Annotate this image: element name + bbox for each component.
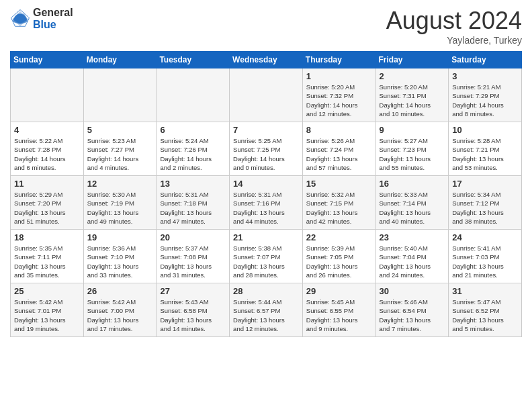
day-number-4: 4 xyxy=(14,125,80,135)
cell-week2-day4: 8Sunrise: 5:26 AM Sunset: 7:24 PM Daylig… xyxy=(302,122,375,176)
day-number-29: 29 xyxy=(306,286,372,296)
cell-week5-day6: 31Sunrise: 5:47 AM Sunset: 6:52 PM Dayli… xyxy=(449,283,522,337)
day-number-30: 30 xyxy=(380,286,445,296)
day-number-18: 18 xyxy=(14,232,80,242)
header-wednesday: Wednesday xyxy=(230,52,303,68)
day-info-7: Sunrise: 5:25 AM Sunset: 7:25 PM Dayligh… xyxy=(233,136,299,172)
day-number-8: 8 xyxy=(306,125,372,135)
logo-blue: Blue xyxy=(33,19,73,31)
cell-week4-day4: 22Sunrise: 5:39 AM Sunset: 7:05 PM Dayli… xyxy=(302,230,375,283)
cell-week4-day2: 20Sunrise: 5:37 AM Sunset: 7:08 PM Dayli… xyxy=(157,230,230,283)
cell-week3-day6: 17Sunrise: 5:34 AM Sunset: 7:12 PM Dayli… xyxy=(449,176,522,230)
cell-week3-day2: 13Sunrise: 5:31 AM Sunset: 7:18 PM Dayli… xyxy=(157,176,230,230)
day-info-10: Sunrise: 5:28 AM Sunset: 7:21 PM Dayligh… xyxy=(452,136,518,172)
day-number-28: 28 xyxy=(233,286,299,296)
header-monday: Monday xyxy=(83,52,157,68)
day-number-11: 11 xyxy=(14,179,80,189)
location-subtitle: Yayladere, Turkey xyxy=(386,35,522,46)
cell-week2-day2: 6Sunrise: 5:24 AM Sunset: 7:26 PM Daylig… xyxy=(157,122,230,176)
day-info-12: Sunrise: 5:30 AM Sunset: 7:19 PM Dayligh… xyxy=(87,190,153,226)
day-info-2: Sunrise: 5:20 AM Sunset: 7:31 PM Dayligh… xyxy=(380,83,445,118)
cell-week4-day0: 18Sunrise: 5:35 AM Sunset: 7:11 PM Dayli… xyxy=(11,230,84,283)
day-number-12: 12 xyxy=(87,179,153,189)
cell-week2-day3: 7Sunrise: 5:25 AM Sunset: 7:25 PM Daylig… xyxy=(230,122,303,176)
page-header: General Blue August 2024 Yayladere, Turk… xyxy=(10,7,522,46)
day-info-25: Sunrise: 5:42 AM Sunset: 7:01 PM Dayligh… xyxy=(14,298,80,333)
day-number-2: 2 xyxy=(380,71,445,81)
day-info-27: Sunrise: 5:43 AM Sunset: 6:58 PM Dayligh… xyxy=(160,298,226,333)
day-info-4: Sunrise: 5:22 AM Sunset: 7:28 PM Dayligh… xyxy=(14,136,80,172)
day-info-28: Sunrise: 5:44 AM Sunset: 6:57 PM Dayligh… xyxy=(233,298,299,333)
logo: General Blue xyxy=(10,7,73,30)
day-number-13: 13 xyxy=(160,179,226,189)
header-row: Sunday Monday Tuesday Wednesday Thursday… xyxy=(11,52,522,68)
day-info-15: Sunrise: 5:32 AM Sunset: 7:15 PM Dayligh… xyxy=(306,190,372,226)
cell-week5-day4: 29Sunrise: 5:45 AM Sunset: 6:55 PM Dayli… xyxy=(302,283,375,337)
cell-week4-day1: 19Sunrise: 5:36 AM Sunset: 7:10 PM Dayli… xyxy=(83,230,157,283)
cell-week3-day1: 12Sunrise: 5:30 AM Sunset: 7:19 PM Dayli… xyxy=(83,176,157,230)
cell-week2-day0: 4Sunrise: 5:22 AM Sunset: 7:28 PM Daylig… xyxy=(11,122,84,176)
day-info-3: Sunrise: 5:21 AM Sunset: 7:29 PM Dayligh… xyxy=(452,83,518,118)
day-number-6: 6 xyxy=(160,125,226,135)
day-number-17: 17 xyxy=(452,179,518,189)
week-row-3: 11Sunrise: 5:29 AM Sunset: 7:20 PM Dayli… xyxy=(11,176,522,230)
day-info-18: Sunrise: 5:35 AM Sunset: 7:11 PM Dayligh… xyxy=(14,244,80,279)
day-number-25: 25 xyxy=(14,286,80,296)
day-number-21: 21 xyxy=(233,232,299,242)
day-number-26: 26 xyxy=(87,286,153,296)
day-info-14: Sunrise: 5:31 AM Sunset: 7:16 PM Dayligh… xyxy=(233,190,299,226)
day-number-20: 20 xyxy=(160,232,226,242)
day-info-1: Sunrise: 5:20 AM Sunset: 7:32 PM Dayligh… xyxy=(306,83,372,118)
day-number-23: 23 xyxy=(380,232,445,242)
day-info-9: Sunrise: 5:27 AM Sunset: 7:23 PM Dayligh… xyxy=(380,136,445,172)
title-area: August 2024 Yayladere, Turkey xyxy=(386,7,522,46)
day-info-13: Sunrise: 5:31 AM Sunset: 7:18 PM Dayligh… xyxy=(160,190,226,226)
logo-general: General xyxy=(33,7,73,19)
cell-week5-day5: 30Sunrise: 5:46 AM Sunset: 6:54 PM Dayli… xyxy=(375,283,449,337)
day-info-22: Sunrise: 5:39 AM Sunset: 7:05 PM Dayligh… xyxy=(306,244,372,279)
day-number-31: 31 xyxy=(452,286,518,296)
day-number-10: 10 xyxy=(452,125,518,135)
cell-week4-day6: 24Sunrise: 5:41 AM Sunset: 7:03 PM Dayli… xyxy=(449,230,522,283)
week-row-4: 18Sunrise: 5:35 AM Sunset: 7:11 PM Dayli… xyxy=(11,230,522,283)
calendar-header: Sunday Monday Tuesday Wednesday Thursday… xyxy=(11,52,522,68)
month-title: August 2024 xyxy=(386,7,522,35)
day-number-22: 22 xyxy=(306,232,372,242)
cell-week1-day1 xyxy=(83,68,157,122)
cell-week5-day3: 28Sunrise: 5:44 AM Sunset: 6:57 PM Dayli… xyxy=(230,283,303,337)
day-info-24: Sunrise: 5:41 AM Sunset: 7:03 PM Dayligh… xyxy=(452,244,518,279)
cell-week1-day4: 1Sunrise: 5:20 AM Sunset: 7:32 PM Daylig… xyxy=(302,68,375,122)
cell-week5-day2: 27Sunrise: 5:43 AM Sunset: 6:58 PM Dayli… xyxy=(157,283,230,337)
calendar-body: 1Sunrise: 5:20 AM Sunset: 7:32 PM Daylig… xyxy=(11,68,522,337)
day-number-5: 5 xyxy=(87,125,153,135)
cell-week4-day3: 21Sunrise: 5:38 AM Sunset: 7:07 PM Dayli… xyxy=(230,230,303,283)
week-row-2: 4Sunrise: 5:22 AM Sunset: 7:28 PM Daylig… xyxy=(11,122,522,176)
header-tuesday: Tuesday xyxy=(157,52,230,68)
day-info-5: Sunrise: 5:23 AM Sunset: 7:27 PM Dayligh… xyxy=(87,136,153,172)
day-info-26: Sunrise: 5:42 AM Sunset: 7:00 PM Dayligh… xyxy=(87,298,153,333)
day-number-15: 15 xyxy=(306,179,372,189)
day-info-20: Sunrise: 5:37 AM Sunset: 7:08 PM Dayligh… xyxy=(160,244,226,279)
day-number-14: 14 xyxy=(233,179,299,189)
day-info-30: Sunrise: 5:46 AM Sunset: 6:54 PM Dayligh… xyxy=(380,298,445,333)
day-number-9: 9 xyxy=(380,125,445,135)
day-number-19: 19 xyxy=(87,232,153,242)
cell-week1-day6: 3Sunrise: 5:21 AM Sunset: 7:29 PM Daylig… xyxy=(449,68,522,122)
cell-week4-day5: 23Sunrise: 5:40 AM Sunset: 7:04 PM Dayli… xyxy=(375,230,449,283)
cell-week3-day5: 16Sunrise: 5:33 AM Sunset: 7:14 PM Dayli… xyxy=(375,176,449,230)
logo-icon xyxy=(10,9,30,29)
day-number-16: 16 xyxy=(380,179,445,189)
day-info-6: Sunrise: 5:24 AM Sunset: 7:26 PM Dayligh… xyxy=(160,136,226,172)
logo-text: General Blue xyxy=(33,7,73,30)
day-number-7: 7 xyxy=(233,125,299,135)
cell-week5-day0: 25Sunrise: 5:42 AM Sunset: 7:01 PM Dayli… xyxy=(11,283,84,337)
cell-week1-day3 xyxy=(230,68,303,122)
day-number-24: 24 xyxy=(452,232,518,242)
cell-week3-day3: 14Sunrise: 5:31 AM Sunset: 7:16 PM Dayli… xyxy=(230,176,303,230)
cell-week2-day1: 5Sunrise: 5:23 AM Sunset: 7:27 PM Daylig… xyxy=(83,122,157,176)
day-info-19: Sunrise: 5:36 AM Sunset: 7:10 PM Dayligh… xyxy=(87,244,153,279)
header-friday: Friday xyxy=(375,52,449,68)
day-info-8: Sunrise: 5:26 AM Sunset: 7:24 PM Dayligh… xyxy=(306,136,372,172)
day-number-1: 1 xyxy=(306,71,372,81)
day-info-16: Sunrise: 5:33 AM Sunset: 7:14 PM Dayligh… xyxy=(380,190,445,226)
